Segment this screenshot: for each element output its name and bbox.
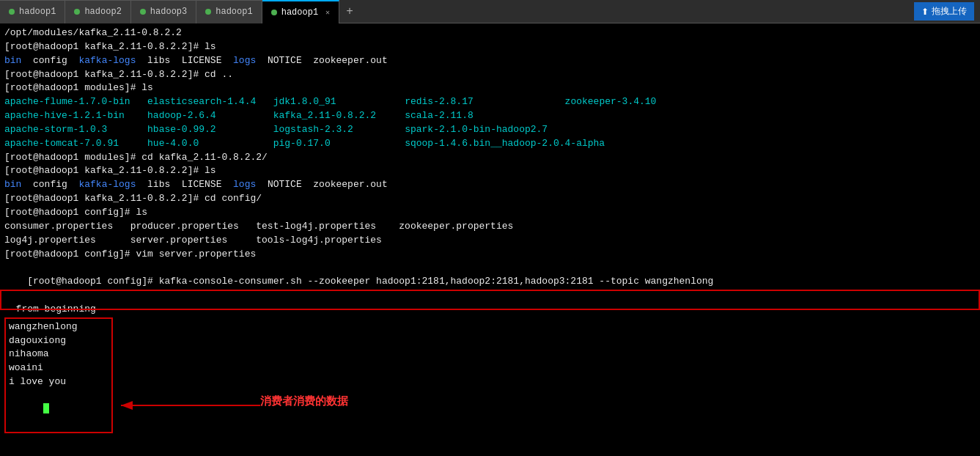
tab-label: hadoop3 <box>150 7 187 17</box>
terminal-line: apache-storm-1.0.3 hbase-0.99.2 logstash… <box>4 123 976 137</box>
tab-add-button[interactable]: + <box>339 0 360 23</box>
tab-hadoop1-active[interactable]: hadoop1 ✕ <box>262 0 339 23</box>
terminal-line: [root@hadoop1 modules]# ls <box>4 81 976 95</box>
terminal-line: dagouxiong <box>9 334 108 348</box>
terminal-line: [root@hadoop1 kafka_2.11-0.8.2.2]# ls <box>4 40 976 54</box>
terminal-line: [root@hadoop1 kafka_2.11-0.8.2.2]# cd .. <box>4 68 976 82</box>
terminal-line: nihaoma <box>9 347 108 361</box>
terminal-line: bin config kafka-logs libs LICENSE logs … <box>4 178 976 192</box>
consumer-output-box: wangzhenlong dagouxiong nihaoma woaini i… <box>4 317 113 434</box>
upload-icon: ⬆ <box>921 7 929 17</box>
tab-hadoop2[interactable]: hadoop2 <box>65 0 130 23</box>
terminal-line: i love you <box>9 375 108 389</box>
terminal-line: [root@hadoop1 config]# kafka-console-con… <box>4 261 976 303</box>
upload-button[interactable]: ⬆ 拖拽上传 <box>914 2 974 21</box>
tab-label: hadoop1 <box>19 7 56 17</box>
tab-bar: hadoop1 hadoop2 hadoop3 hadoop1 hadoop1 … <box>0 0 980 23</box>
terminal-line: [root@hadoop1 kafka_2.11-0.8.2.2]# cd co… <box>4 192 976 206</box>
tab-hadoop1-1[interactable]: hadoop1 <box>0 0 65 23</box>
terminal-line: log4j.properties server.properties tools… <box>4 234 976 248</box>
terminal-line: --from-beginning <box>4 303 976 317</box>
terminal-line <box>9 389 108 431</box>
terminal-line: bin config kafka-logs libs LICENSE logs … <box>4 54 976 68</box>
terminal-line: apache-hive-1.2.1-bin hadoop-2.6.4 kafka… <box>4 109 976 123</box>
upload-label: 拖拽上传 <box>932 5 967 18</box>
terminal-line: /opt/modules/kafka_2.11-0.8.2.2 <box>4 26 976 40</box>
tab-label: hadoop2 <box>84 7 121 17</box>
terminal-line: consumer.properties producer.properties … <box>4 220 976 234</box>
terminal-line: [root@hadoop1 modules]# cd kafka_2.11-0.… <box>4 151 976 165</box>
terminal: /opt/modules/kafka_2.11-0.8.2.2 [root@ha… <box>0 23 980 456</box>
terminal-line: apache-flume-1.7.0-bin elasticsearch-1.4… <box>4 95 976 109</box>
terminal-line: woaini <box>9 361 108 375</box>
tab-hadoop1-2[interactable]: hadoop1 <box>196 0 262 23</box>
terminal-line: [root@hadoop1 kafka_2.11-0.8.2.2]# ls <box>4 164 976 178</box>
tab-label: hadoop1 <box>281 7 318 18</box>
tab-close-icon[interactable]: ✕ <box>325 8 330 17</box>
terminal-line: wangzhenlong <box>9 320 108 334</box>
annotation-text: 消费者消费的数据 <box>260 394 348 408</box>
annotation-arrow: 消费者消费的数据 <box>114 397 275 417</box>
terminal-line: apache-tomcat-7.0.91 hue-4.0.0 pig-0.17.… <box>4 137 976 151</box>
terminal-line: [root@hadoop1 config]# vim server.proper… <box>4 248 976 262</box>
tab-label: hadoop1 <box>215 7 252 17</box>
tab-hadoop3[interactable]: hadoop3 <box>131 0 196 23</box>
terminal-line: [root@hadoop1 config]# ls <box>4 206 976 220</box>
